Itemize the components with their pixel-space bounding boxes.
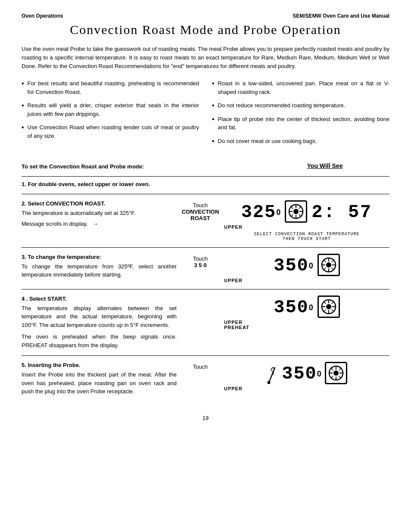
upper-label-2: UPPER [224,224,243,230]
svg-point-1 [293,209,299,214]
bullet-left-item: For best results and beautiful roasting,… [22,79,199,96]
step-5-display: 3500 UPPER [224,362,389,391]
svg-line-30 [269,368,275,383]
upper-label-4: UPPER [224,320,243,325]
step-1-title: 1. For double ovens, select upper or low… [22,181,389,187]
bullet-left-item: Use Convection Roast when roasting tende… [22,123,199,140]
step-2-row: 2. Select CONVECTION ROAST. The temperat… [22,194,389,247]
page-footer: 19 [22,415,389,421]
bullet-columns: For best results and beautiful roasting,… [22,79,389,150]
step-2-body: The temperature is automatically set at … [22,209,177,218]
probe-icon [266,366,278,384]
lcd-knob-icon [285,200,307,223]
step-4-touch-spacer [177,296,224,297]
intro-text: Use the oven meat Probe to take the gues… [22,45,389,71]
page-header: Oven Operations SEM/SEMW Oven Care and U… [22,13,389,19]
step-3-display: 3500 UPPER [224,254,389,283]
step-5-title: 5. Inserting the Probe. [22,362,177,368]
bullet-right-item: Do not reduce recommended roasting tempe… [212,101,389,110]
display-temp-2: 3250 [241,202,281,223]
step-4-body: The temperature display alternates betwe… [22,304,177,330]
touch-label-2: Touch [177,202,224,208]
page-title: Convection Roast Mode and Probe Operatio… [22,22,389,37]
bullet-left-item: Results will yield a drier, crisper exte… [22,101,199,118]
step-5-left: 5. Inserting the Probe. Insert the Probe… [22,362,177,396]
svg-point-11 [326,262,331,268]
preheat-label-4: PREHEAT [224,325,249,330]
step-5-touch: Touch [177,362,224,370]
lcd-knob-icon [318,254,340,276]
svg-point-31 [268,381,271,384]
step-2-touch: Touch CONVECTIONROAST [177,200,224,221]
steps-container: 2. Select CONVECTION ROAST. The temperat… [22,194,389,402]
step-1-row: 1. For double ovens, select upper or low… [22,176,389,194]
display-time-2: 2: 57 [311,202,372,223]
display-temp-3: 3500 [274,255,313,276]
upper-label-3: UPPER [224,278,243,283]
svg-point-34 [333,370,339,376]
step-3-body: To change the temperature from 325ºF, se… [22,262,177,279]
display-temp-5: 3500 [282,364,321,384]
step-2-title: 2. Select CONVECTION ROAST. [22,200,177,207]
step-1-text: For double ovens, select upper or lower … [28,181,150,187]
step-4-left: 4 . Select START. The temperature displa… [22,296,177,350]
section-header-row: To set the Convection Roast and Probe mo… [22,162,389,171]
header-right: SEM/SEMW Oven Care and Use Manual [293,13,389,19]
header-left: Oven Operations [22,13,63,19]
step-4-body2: The oven is preheated when the beep sign… [22,333,177,349]
touch-bold-2: CONVECTIONROAST [177,208,224,221]
bullet-right-item: Roast in a low-sided, uncovered pan. Pla… [212,79,389,96]
step-3-left: 3. To change the temperature: To change … [22,254,177,279]
step-5-row: 5. Inserting the Probe. Insert the Probe… [22,355,389,402]
step-2-arrow-row: Message scrolls in display. → [22,221,177,227]
step-1-num: 1. [22,181,28,187]
svg-point-21 [326,304,331,309]
page-number: 19 [202,415,209,421]
step-2-left: 2. Select CONVECTION ROAST. The temperat… [22,200,177,227]
scroll-msg-2: SELECT CONVECTION ROAST TEMPERATURETHEN … [254,232,359,241]
bullet-right-item: Do not cover meat or use cooking bags. [212,137,389,146]
step-4-row: 4 . Select START. The temperature displa… [22,289,389,356]
step-5-body: Insert the Probe into the thickest part … [22,370,177,396]
step-4-display: 3500 UPPERPREHEAT [224,296,389,330]
you-will-see: You Will See [260,162,389,169]
step-2-display: 3250 2: 57UPPERSELECT CONVECTION ROAST T… [224,200,389,241]
lcd-knob-icon [325,362,347,384]
display-temp-4: 3500 [274,297,313,318]
bullet-col-right: Roast in a low-sided, uncovered pan. Pla… [212,79,389,150]
step-3-title: 3. To change the temperature: [22,254,177,260]
bullet-right-item: Place tip of probe into the center of th… [212,115,389,132]
step-4-title: 4 . Select START. [22,296,177,302]
bullet-col-left: For best results and beautiful roasting,… [22,79,199,150]
upper-label-5: UPPER [224,386,243,391]
step-3-row: 3. To change the temperature: To change … [22,247,389,289]
set-header-left: To set the Convection Roast and Probe mo… [22,162,144,171]
step-3-touch: Touch 3 5 0 [177,254,224,268]
lcd-knob-icon [318,296,340,318]
